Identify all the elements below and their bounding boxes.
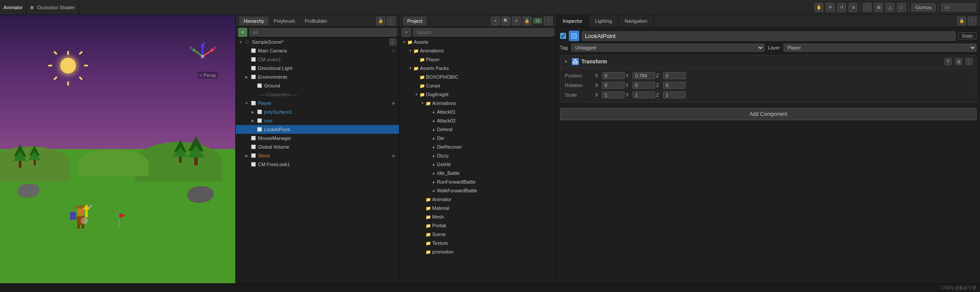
navigation-tab[interactable]: Navigation — [619, 15, 654, 27]
inspector-lock[interactable]: 🔒 — [957, 17, 966, 25]
hierarchy-main-camera[interactable]: ⬜ Main Camera ⚠ — [236, 46, 399, 55]
hierarchy-lock[interactable]: 🔒 — [376, 17, 385, 25]
hierarchy-ground[interactable]: ⬜ Ground — [236, 81, 399, 90]
proj-attack02[interactable]: ▲ Attack02 — [399, 116, 556, 125]
assets-root[interactable]: ▼ 📁 Assets — [399, 38, 556, 46]
hierarchy-global-volume[interactable]: ⬜ Global Volume — [236, 143, 399, 151]
transform-header[interactable]: ▼ Transform ? ⚙ ⋮ — [560, 56, 976, 68]
proj-player[interactable]: 📁 Player — [399, 55, 556, 64]
hierarchy-search[interactable] — [250, 28, 396, 36]
gizmos-button[interactable]: Gizmos — [911, 3, 935, 11]
scale-y[interactable] — [633, 91, 655, 98]
project-refresh[interactable]: ↺ — [512, 17, 521, 25]
transform-more[interactable]: ⋮ — [966, 58, 973, 65]
hierarchy-tab[interactable]: Hierarchy — [239, 17, 268, 25]
lighting-tab[interactable]: Lighting — [589, 15, 619, 27]
scene-gizmo[interactable]: z x y — [187, 41, 218, 72]
hierarchy-add[interactable]: + — [238, 28, 247, 37]
slime-right-arrow: ▶ — [392, 153, 395, 158]
proj-assets-packs[interactable]: ▼ 📁 Assets Packs — [399, 64, 556, 73]
hierarchy-root[interactable]: ▶ ⬜ root — [236, 116, 399, 125]
project-more[interactable]: ⋮ — [544, 17, 553, 25]
project-tab[interactable]: Project — [403, 17, 426, 25]
scene-more[interactable]: ⋮ — [389, 38, 396, 45]
scene-viewport[interactable]: z x y < Persp — [0, 15, 235, 283]
transform-help[interactable]: ? — [945, 58, 952, 65]
proj-texture[interactable]: 📁 Texture — [399, 239, 556, 247]
proj-dierecover[interactable]: ▲ DieRecover — [399, 143, 556, 151]
transform-title: Transform — [581, 59, 942, 65]
proj-scene[interactable]: 📁 Scene — [399, 230, 556, 239]
transform-settings[interactable]: ⚙ — [955, 58, 962, 65]
scale-tool[interactable]: ⇲ — [849, 3, 857, 12]
hierarchy-header: Hierarchy Polybrush ProBuilder 🔒 ⋮ — [236, 15, 399, 27]
proj-animator[interactable]: 📁 Animator — [399, 195, 556, 204]
proj-boxophobic[interactable]: 📁 BOXOPHOBIC — [399, 73, 556, 81]
inspector-more[interactable]: ⋮ — [968, 17, 977, 25]
scale-x[interactable] — [602, 91, 625, 98]
proj-mesh[interactable]: 📁 Mesh — [399, 212, 556, 221]
rotation-z[interactable] — [663, 82, 686, 89]
move-transform[interactable]: ⬛ — [863, 3, 872, 12]
scene-root-item[interactable]: ▼ ⬡ SampleScene* ⋮ — [236, 38, 399, 46]
position-y[interactable] — [633, 72, 655, 79]
proj-cursor[interactable]: 📁 Cursor — [399, 81, 556, 90]
project-search-input[interactable] — [413, 28, 554, 36]
object-active-checkbox[interactable] — [560, 33, 566, 39]
rotate-tool[interactable]: ↺ — [837, 3, 846, 12]
proj-promotion[interactable]: 📁 promotion — [399, 247, 556, 256]
camera-label: Main Camera — [258, 48, 392, 53]
project-add[interactable]: + — [491, 17, 500, 25]
rect-transform[interactable]: ⊞ — [874, 3, 883, 12]
hierarchy-polysurface[interactable]: ▶ ⬜ polySurface1 — [236, 108, 399, 116]
rotation-x[interactable] — [602, 82, 625, 89]
proj-walkfwd[interactable]: ▲ WalkForwardBattle — [399, 186, 556, 195]
layer-select[interactable]: Player — [784, 44, 977, 52]
hierarchy-dir-light[interactable]: ⬜ Directional Light — [236, 64, 399, 73]
proj-dogknight[interactable]: ▼ 📁 DogKnight — [399, 90, 556, 99]
proj-attack01[interactable]: ▲ Attack01 — [399, 108, 556, 116]
tag-select[interactable]: Untagged — [571, 44, 764, 52]
hierarchy-player[interactable]: ▼ ⬜ Player ▶ — [236, 99, 399, 108]
proj-packs-arrow: ▼ — [407, 65, 413, 71]
move-tool[interactable]: ✛ — [826, 3, 835, 12]
add-component-button[interactable]: Add Component — [560, 108, 977, 120]
proj-prefab[interactable]: 📁 Prefab — [399, 221, 556, 230]
proj-dk-animations[interactable]: ▼ 📁 Animations — [399, 99, 556, 108]
hierarchy-environments[interactable]: ▶ ⬜ Environments — [236, 73, 399, 81]
look-label: LookAtPoint — [264, 127, 397, 132]
probuilder-tab[interactable]: ProBuilder — [300, 17, 331, 25]
hand-tool[interactable]: ✋ — [815, 3, 823, 12]
hierarchy-mousemanager[interactable]: ⬜ MouseManager — [236, 134, 399, 143]
proj-die[interactable]: ▲ Die — [399, 134, 556, 143]
proj-animations[interactable]: ▼ 📁 Animations — [399, 46, 556, 55]
proj-gethit[interactable]: ▲ GetHit — [399, 160, 556, 169]
proj-dizzy[interactable]: ▲ Dizzy — [399, 151, 556, 160]
idle-arrow — [426, 170, 432, 176]
position-z[interactable] — [663, 72, 686, 79]
inspector-tab[interactable]: Inspector — [557, 15, 589, 27]
rotation-y[interactable] — [633, 82, 655, 89]
position-x[interactable] — [602, 72, 625, 79]
project-add-btn[interactable]: + — [402, 28, 411, 37]
hierarchy-vcam1[interactable]: ⬜ CM vcam1 — [236, 55, 399, 64]
proj-runfwd[interactable]: ▲ RunForwardBattle — [399, 177, 556, 186]
occlusion-shader-tab[interactable]: Occlusion Shader — [37, 5, 75, 10]
project-lock[interactable]: 🔒 — [523, 17, 531, 25]
animator-tab[interactable]: Animator — [3, 5, 23, 10]
hierarchy-freelook[interactable]: ⬜ CM FreeLook1 — [236, 160, 399, 169]
transform-tool[interactable]: △ — [886, 3, 894, 12]
hierarchy-more[interactable]: ⋮ — [387, 17, 395, 25]
hierarchy-slime[interactable]: ▶ ⬜ Slime ▶ — [236, 151, 399, 160]
polybrush-tab[interactable]: Polybrush — [269, 17, 299, 25]
proj-idle-battle[interactable]: ▲ Idle_Battle — [399, 169, 556, 177]
mesh-icon: 📁 — [426, 215, 431, 219]
object-name-field[interactable] — [582, 31, 956, 41]
scene-search[interactable] — [941, 3, 976, 11]
proj-defend[interactable]: ▲ Defend — [399, 125, 556, 134]
project-search[interactable]: 🔍 — [502, 17, 510, 25]
hierarchy-lookatpoint[interactable]: ⬜ LookAtPoint — [236, 125, 399, 134]
custom-tool[interactable]: ⬡ — [897, 3, 906, 12]
proj-material[interactable]: 📁 Material — [399, 204, 556, 212]
scale-z[interactable] — [663, 91, 686, 98]
